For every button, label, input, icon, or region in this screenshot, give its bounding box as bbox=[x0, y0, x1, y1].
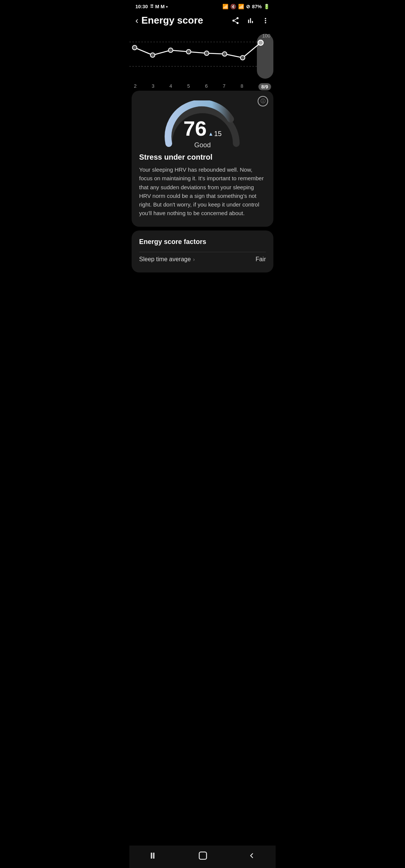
factor-value-sleep-time: Fair bbox=[255, 256, 266, 263]
chart-icon[interactable] bbox=[246, 16, 255, 25]
factor-name-sleep-time: Sleep time average › bbox=[139, 256, 195, 263]
status-bar: 10:30 ⠿ M M • 📶 🔇 📶 ⊘ 87% 🔋 bbox=[129, 0, 276, 12]
header-left: ‹ Energy score bbox=[135, 15, 203, 26]
svg-point-8 bbox=[222, 52, 227, 56]
chart-y-label: 100 bbox=[262, 33, 270, 39]
status-left: 10:30 ⠿ M M • bbox=[135, 4, 168, 9]
page-title: Energy score bbox=[141, 15, 203, 26]
gauge-score: 76 bbox=[183, 118, 207, 139]
header: ‹ Energy score bbox=[129, 12, 276, 31]
time: 10:30 bbox=[135, 4, 148, 9]
delta-value: 15 bbox=[214, 130, 222, 138]
header-right bbox=[231, 16, 270, 25]
factor-row-sleep-time[interactable]: Sleep time average › Fair bbox=[139, 252, 266, 266]
chart-x-labels: 2 3 4 5 6 7 8 8/9 bbox=[129, 83, 276, 90]
chevron-right-icon: › bbox=[193, 256, 195, 262]
gauge-score-row: 76 ▲ 15 bbox=[183, 118, 222, 139]
x-label-4: 4 bbox=[170, 83, 172, 90]
dnd-icon: ⊘ bbox=[246, 4, 250, 9]
carrier-icons: ⠿ M M • bbox=[150, 4, 168, 9]
svg-point-7 bbox=[204, 51, 209, 55]
svg-point-5 bbox=[168, 48, 173, 52]
chart-area: 100 2 3 4 5 6 7 8 8/9 bbox=[129, 31, 276, 91]
gauge-wrap: 76 ▲ 15 Good bbox=[161, 100, 244, 145]
more-options-button[interactable] bbox=[261, 16, 270, 25]
svg-point-4 bbox=[150, 53, 155, 57]
svg-point-6 bbox=[186, 49, 191, 54]
svg-point-9 bbox=[240, 55, 245, 60]
wifi-icon: 📶 bbox=[238, 4, 244, 9]
chart-svg bbox=[129, 31, 276, 83]
x-label-2: 2 bbox=[134, 83, 136, 90]
gauge-delta: ▲ 15 bbox=[208, 130, 222, 138]
bluetooth-icon: 📶 bbox=[222, 4, 228, 9]
factors-title: Energy score factors bbox=[139, 238, 266, 246]
info-button[interactable]: ⓘ bbox=[258, 96, 268, 106]
gauge-container: 76 ▲ 15 Good bbox=[139, 100, 266, 145]
x-label-3: 3 bbox=[152, 83, 154, 90]
x-label-5: 5 bbox=[187, 83, 190, 90]
x-label-highlighted: 8/9 bbox=[258, 83, 271, 90]
gauge-center: 76 ▲ 15 Good bbox=[183, 118, 222, 149]
x-label-8: 8 bbox=[240, 83, 243, 90]
battery-icon: 🔋 bbox=[264, 4, 270, 9]
battery-percent: 87% bbox=[252, 4, 262, 9]
gauge-rating: Good bbox=[183, 141, 222, 149]
x-label-7: 7 bbox=[223, 83, 225, 90]
status-right: 📶 🔇 📶 ⊘ 87% 🔋 bbox=[222, 4, 270, 9]
delta-arrow-icon: ▲ bbox=[208, 131, 213, 137]
mute-icon: 🔇 bbox=[230, 4, 236, 9]
score-card: ⓘ 76 ▲ bbox=[132, 91, 273, 227]
share-button[interactable] bbox=[231, 16, 240, 25]
back-button[interactable]: ‹ bbox=[135, 15, 138, 26]
svg-point-10 bbox=[258, 40, 263, 45]
stress-description: Your sleeping HRV has rebounded well. No… bbox=[139, 165, 266, 218]
factor-label: Sleep time average bbox=[139, 256, 191, 263]
stress-headline: Stress under control bbox=[139, 153, 266, 162]
x-label-6: 6 bbox=[205, 83, 208, 90]
factors-card: Energy score factors Sleep time average … bbox=[132, 230, 273, 272]
svg-point-3 bbox=[132, 45, 137, 50]
